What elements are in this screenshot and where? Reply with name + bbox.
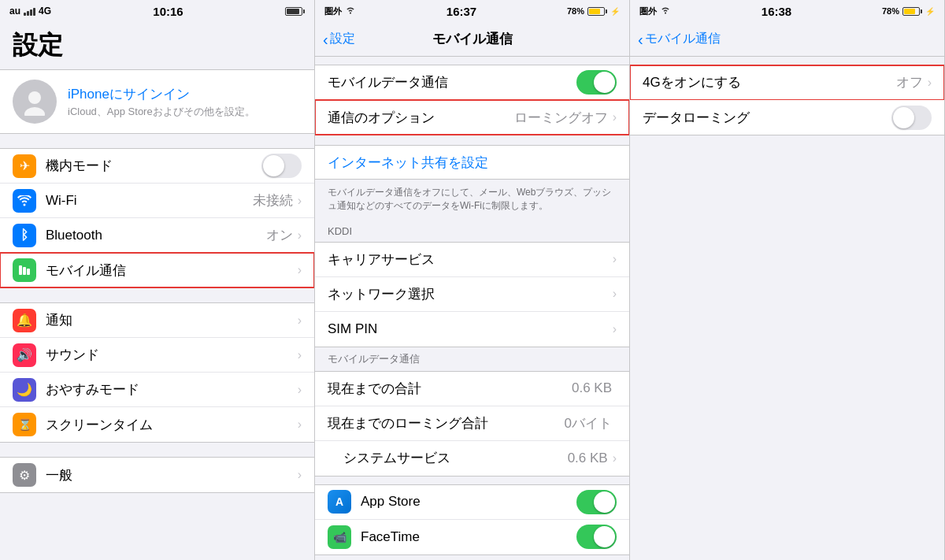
kddi-header: KDDI <box>315 221 629 242</box>
wifi-icon-3 <box>660 6 671 14</box>
row-wifi[interactable]: Wi-Fi 未接続 › <box>0 184 314 218</box>
profile-row[interactable]: iPhoneにサインイン iCloud、App Storeおよびその他を設定。 <box>0 69 314 134</box>
wifi-value: 未接続 <box>253 191 293 210</box>
signal-bars <box>24 6 35 16</box>
airplane-toggle[interactable] <box>261 154 302 178</box>
back-button-3[interactable]: ‹ モバイル通信 <box>638 31 721 47</box>
screentime-icon: ⌛ <box>13 413 36 436</box>
total-usage-value: 0.6 KB <box>572 380 612 396</box>
battery-fill-3 <box>904 9 915 14</box>
airplane-icon: ✈ <box>13 154 36 178</box>
bluetooth-chevron: › <box>298 228 302 243</box>
section-gap-p3 <box>630 57 944 65</box>
mobile-data-header: モバイルデータ通信 <box>315 347 629 371</box>
battery-fill-2 <box>589 9 600 14</box>
battery-icon <box>285 7 305 16</box>
notification-chevron: › <box>298 313 302 328</box>
row-4g-on[interactable]: 4Gをオンにする オフ › <box>630 65 944 100</box>
donotdisturb-label: おやすみモード <box>46 380 298 399</box>
carrier-chevron: › <box>613 252 617 266</box>
group-apps: A App Store 📹 FaceTime <box>315 484 629 555</box>
nav-title-2: モバイル通信 <box>432 30 513 48</box>
total-usage-label: 現在までの合計 <box>328 380 572 398</box>
row-call-options[interactable]: 通信のオプション ローミングオフ › <box>315 100 629 135</box>
panel1-content: iPhoneにサインイン iCloud、App Storeおよびその他を設定。 … <box>0 69 314 560</box>
row-network-select[interactable]: ネットワーク選択 › <box>315 277 629 312</box>
bluetooth-value: オン <box>266 226 293 244</box>
svg-rect-2 <box>19 265 22 275</box>
mobile-data-toggle[interactable] <box>576 70 617 95</box>
row-sim-pin[interactable]: SIM PIN › <box>315 312 629 347</box>
row-general[interactable]: ⚙ 一般 › <box>0 458 314 492</box>
charging-icon-3: ⚡ <box>925 7 935 16</box>
row-mobile-data-toggle[interactable]: モバイルデータ通信 <box>315 65 629 100</box>
status-bar-1: au 4G 10:16 <box>0 0 314 22</box>
group-usage: 現在までの合計 0.6 KB 現在までのローミング合計 0バイト システムサービ… <box>315 371 629 477</box>
profile-name: iPhoneにサインイン <box>68 85 255 103</box>
panel2-content: モバイルデータ通信 通信のオプション ローミングオフ › インターネット共有を設… <box>315 57 629 560</box>
battery-fill <box>287 9 299 14</box>
row-donotdisturb[interactable]: 🌙 おやすみモード › <box>0 373 314 407</box>
row-sound[interactable]: 🔊 サウンド › <box>0 338 314 373</box>
signal-label-2: 圏外 <box>324 6 342 17</box>
back-chevron-2: ‹ <box>323 32 328 47</box>
status-right-3: 78% ⚡ <box>882 6 935 16</box>
svg-rect-4 <box>27 269 30 275</box>
call-options-chevron: › <box>613 110 617 124</box>
bar1 <box>24 13 26 16</box>
row-facetime[interactable]: 📹 FaceTime <box>315 520 629 554</box>
signal-label-3: 圏外 <box>639 6 657 17</box>
4g-chevron: › <box>928 76 932 90</box>
group-kddi: キャリアサービス › ネットワーク選択 › SIM PIN › <box>315 242 629 347</box>
facetime-toggle[interactable] <box>576 525 617 549</box>
row-appstore[interactable]: A App Store <box>315 485 629 520</box>
row-airplane[interactable]: ✈ 機内モード <box>0 149 314 184</box>
back-button-2[interactable]: ‹ 設定 <box>323 31 355 47</box>
back-label-2: 設定 <box>330 31 355 47</box>
notification-icon: 🔔 <box>13 309 36 332</box>
wifi-svg <box>17 195 32 206</box>
appstore-toggle[interactable] <box>576 490 617 514</box>
wifi-icon <box>13 189 36 213</box>
mobile-icon <box>13 258 36 282</box>
network-label: 4G <box>39 6 51 17</box>
general-label: 一般 <box>46 466 298 484</box>
time-label: 10:16 <box>153 5 183 18</box>
internet-share-row[interactable]: インターネット共有を設定 <box>315 145 629 180</box>
data-roaming-label: データローミング <box>643 109 891 127</box>
donotdisturb-chevron: › <box>298 383 302 397</box>
nav-bar-3: ‹ モバイル通信 <box>630 22 944 57</box>
general-chevron: › <box>298 468 302 482</box>
row-screentime[interactable]: ⌛ スクリーンタイム › <box>0 407 314 442</box>
settings-group-3: ⚙ 一般 › <box>0 457 314 493</box>
row-mobile[interactable]: モバイル通信 › <box>0 253 314 287</box>
airplane-toggle-knob <box>263 155 284 176</box>
row-system-service[interactable]: システムサービス 0.6 KB › <box>315 441 629 476</box>
section-gap-2 <box>0 288 314 302</box>
system-chevron: › <box>613 451 617 465</box>
settings-group-connectivity: ✈ 機内モード Wi-Fi 未接続 › ᛒ Blueto <box>0 148 314 288</box>
data-roaming-knob <box>893 107 914 128</box>
row-notification[interactable]: 🔔 通知 › <box>0 303 314 338</box>
4g-value: オフ <box>896 73 923 91</box>
network-select-label: ネットワーク選択 <box>328 285 613 303</box>
battery-percent-3: 78% <box>882 6 899 16</box>
status-bar-2: 圏外 16:37 78% ⚡ <box>315 0 629 22</box>
call-options-label: 通信のオプション <box>328 109 514 127</box>
status-left-2: 圏外 <box>324 6 356 17</box>
row-bluetooth[interactable]: ᛒ Bluetooth オン › <box>0 218 314 253</box>
mobile-data-footer: モバイルデータ通信をオフにして、メール、Webブラウズ、プッシュ通知などのすべて… <box>315 180 629 221</box>
sound-icon: 🔊 <box>13 343 36 367</box>
row-roaming-usage: 現在までのローミング合計 0バイト <box>315 406 629 441</box>
status-left-3: 圏外 <box>639 6 671 17</box>
row-carrier-service[interactable]: キャリアサービス › <box>315 243 629 277</box>
back-label-3: モバイル通信 <box>645 31 721 47</box>
wifi-chevron: › <box>298 194 302 208</box>
data-roaming-toggle[interactable] <box>891 106 932 130</box>
row-data-roaming[interactable]: データローミング <box>630 100 944 135</box>
system-service-label: システムサービス <box>343 449 568 467</box>
avatar <box>13 80 57 124</box>
time-label-2: 16:37 <box>447 5 476 18</box>
row-total-usage: 現在までの合計 0.6 KB <box>315 372 629 406</box>
status-left-1: au 4G <box>9 6 51 17</box>
